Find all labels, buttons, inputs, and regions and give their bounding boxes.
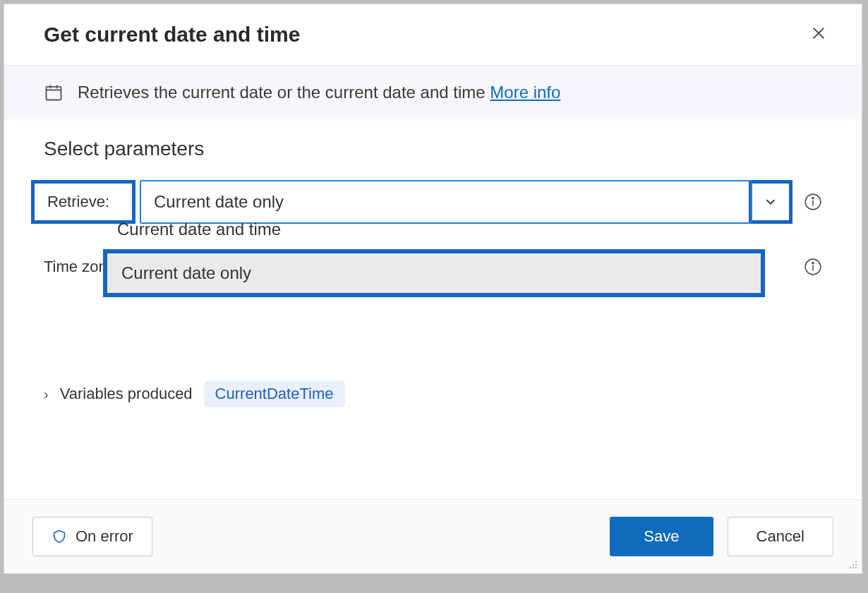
chevron-right-icon[interactable]: ›	[44, 386, 49, 402]
svg-point-14	[812, 263, 814, 264]
svg-point-18	[850, 567, 851, 568]
info-icon[interactable]	[804, 258, 822, 276]
save-button[interactable]: Save	[610, 517, 713, 556]
dialog-header: Get current date and time	[4, 4, 862, 66]
variables-produced-row: › Variables produced CurrentDateTime	[44, 381, 822, 407]
on-error-label: On error	[76, 527, 133, 546]
resize-grip-icon[interactable]	[848, 559, 859, 570]
footer-right: Save Cancel	[610, 517, 833, 556]
close-button[interactable]	[804, 21, 833, 48]
dropdown-option-datetime[interactable]: Current date and time	[103, 210, 765, 249]
section-title: Select parameters	[44, 138, 822, 160]
dialog: Get current date and time Retrieves the …	[4, 4, 862, 574]
description-bar: Retrieves the current date or the curren…	[4, 66, 862, 119]
svg-point-15	[855, 561, 857, 563]
on-error-button[interactable]: On error	[32, 517, 152, 556]
close-icon	[811, 25, 826, 41]
retrieve-label: Retrieve:	[47, 193, 132, 211]
svg-point-19	[852, 567, 854, 568]
chevron-down-icon	[763, 194, 778, 210]
dialog-body: Select parameters Retrieve: Current date…	[4, 119, 862, 499]
variables-produced-label: Variables produced	[60, 385, 193, 403]
retrieve-dropdown-value: Current date only	[154, 192, 284, 212]
svg-point-20	[855, 567, 857, 568]
shield-icon	[52, 529, 67, 544]
dropdown-option-dateonly[interactable]: Current date only	[103, 249, 765, 297]
dialog-title: Get current date and time	[44, 23, 300, 47]
svg-point-16	[852, 564, 854, 565]
variable-badge[interactable]: CurrentDateTime	[204, 381, 345, 407]
svg-rect-2	[47, 87, 61, 100]
description-text: Retrieves the current date or the curren…	[78, 83, 560, 102]
cancel-button[interactable]: Cancel	[728, 517, 833, 556]
dialog-footer: On error Save Cancel	[4, 499, 862, 573]
info-icon[interactable]	[804, 193, 822, 211]
retrieve-dropdown-list: Current date and time Current date only	[103, 210, 765, 297]
more-info-link[interactable]: More info	[490, 83, 560, 102]
calendar-icon	[44, 83, 64, 102]
svg-point-17	[855, 564, 857, 565]
svg-point-11	[812, 198, 814, 199]
